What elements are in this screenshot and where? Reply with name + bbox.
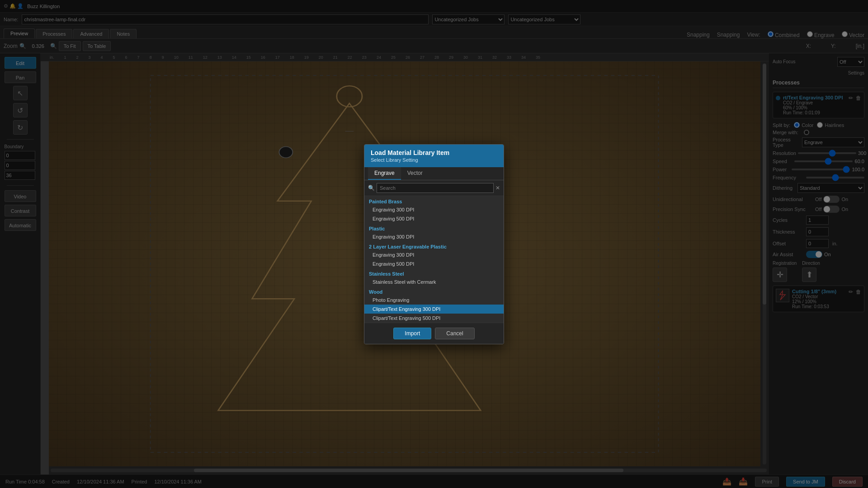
material-item[interactable]: Clipart/Text Engraving 500 DPI <box>364 314 504 323</box>
modal-title: Load Material Library Item <box>371 149 497 156</box>
group-stainless: Stainless Steel <box>364 268 504 277</box>
material-item[interactable]: Stainless Steel with Cermark <box>364 277 504 286</box>
material-item-selected[interactable]: Clipart/Text Engraving 300 DPI <box>364 305 504 314</box>
material-item[interactable]: Engraving 300 DPI <box>364 205 504 214</box>
group-painted-brass: Painted Brass <box>364 196 504 205</box>
material-item[interactable]: Engraving 500 DPI <box>364 259 504 268</box>
group-2layer: 2 Layer Laser Engravable Plastic <box>364 241 504 250</box>
material-item[interactable]: Photo Engraving <box>364 296 504 305</box>
modal-list: Painted Brass Engraving 300 DPI Engravin… <box>364 196 504 323</box>
search-icon: 🔍 <box>368 185 375 191</box>
material-item[interactable]: Engraving 300 DPI <box>364 232 504 241</box>
group-plastic: Plastic <box>364 223 504 232</box>
modal-tab-vector[interactable]: Vector <box>401 167 429 180</box>
import-button[interactable]: Import <box>393 328 431 339</box>
modal-dialog: Load Material Library Item Select Librar… <box>364 144 504 344</box>
modal-overlay[interactable]: Load Material Library Item Select Librar… <box>0 0 868 488</box>
modal-subtitle: Select Library Setting <box>371 157 497 163</box>
group-wood: Wood <box>364 286 504 296</box>
modal-search: 🔍 ✕ <box>364 180 504 196</box>
material-item[interactable]: Engraving 300 DPI <box>364 250 504 259</box>
clear-search-icon[interactable]: ✕ <box>495 185 500 191</box>
modal-tab-engrave[interactable]: Engrave <box>368 167 401 180</box>
modal-tabs: Engrave Vector <box>364 167 504 180</box>
material-item[interactable]: Engraving 500 DPI <box>364 214 504 223</box>
cancel-button[interactable]: Cancel <box>435 328 474 339</box>
modal-header: Load Material Library Item Select Librar… <box>364 145 504 167</box>
modal-footer: Import Cancel <box>364 323 504 344</box>
search-input[interactable] <box>377 183 494 193</box>
